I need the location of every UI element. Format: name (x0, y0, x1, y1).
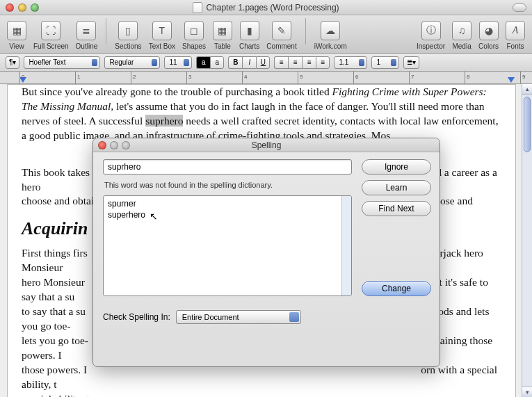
colors-button[interactable]: ◕Colors (476, 17, 501, 51)
suggestions-list[interactable]: spurner superhero ↖ (103, 195, 352, 296)
toolbar-label: Outline (76, 42, 98, 50)
ignore-button[interactable]: Ignore (362, 159, 431, 175)
toolbar-label: Comment (266, 42, 296, 50)
format-bar: ¶▾ Hoefler Text Regular 11 a a B I U ≡ ≡… (0, 54, 532, 72)
misspelled-word-field[interactable] (103, 159, 352, 175)
view-button[interactable]: ▦View (4, 17, 29, 51)
align-left-button[interactable]: ≡ (274, 56, 288, 69)
label: a (216, 58, 220, 66)
list-style-button[interactable]: ≣▾ (403, 56, 419, 69)
iwork-button[interactable]: ☁iWork.com (312, 17, 350, 51)
charts-button[interactable]: ▮Charts (236, 17, 262, 51)
table-button[interactable]: ▦Table (210, 17, 235, 51)
textbox-button[interactable]: TText Box (146, 17, 178, 51)
scroll-up-arrow[interactable]: ▴ (522, 84, 532, 95)
fullscreen-icon: ⛶ (41, 21, 61, 40)
text-style-group: B I U (228, 56, 270, 69)
suggestion-item[interactable]: superhero (108, 210, 347, 221)
window-titlebar: Chapter 1.pages (Word Processing) (0, 0, 532, 15)
table-icon: ▦ (213, 21, 232, 40)
font-weight-select[interactable]: Regular (104, 56, 160, 69)
align-right-button[interactable]: ≡ (302, 56, 316, 69)
line-spacing-select[interactable]: 1.1 (334, 56, 367, 69)
scroll-down-arrow[interactable]: ▾ (522, 387, 532, 397)
label: Change (382, 284, 411, 293)
textbox-icon: T (152, 21, 172, 40)
comment-button[interactable]: ✎Comment (264, 17, 299, 51)
inspector-icon: ⓘ (421, 21, 441, 40)
spelling-message: This word was not found in the spelling … (103, 180, 352, 190)
toolbar-label: Sections (115, 42, 141, 50)
horizontal-ruler[interactable]: 0123456789 (0, 72, 532, 84)
underline-button[interactable]: U (256, 56, 270, 69)
view-icon: ▦ (7, 21, 26, 40)
toolbar-separator (106, 18, 106, 44)
sections-button[interactable]: ▯Sections (112, 17, 144, 51)
toolbar-label: Colors (478, 42, 499, 50)
toolbar-label: Inspector (417, 42, 445, 50)
font-family-value: Hoefler Text (29, 58, 65, 66)
columns-value: 1 (376, 58, 380, 66)
charts-icon: ▮ (240, 21, 259, 40)
label: ¶ (9, 58, 13, 66)
find-next-button[interactable]: Find Next (362, 201, 431, 216)
toolbar-label: Text Box (149, 42, 175, 50)
label: Ignore (385, 162, 408, 172)
outline-icon: ≣ (76, 21, 96, 40)
label: Learn (386, 183, 408, 193)
inspector-button[interactable]: ⓘInspector (414, 17, 448, 51)
list-scrollbar[interactable] (341, 196, 351, 295)
main-toolbar: ▦View ⛶Full Screen ≣Outline ▯Sections TT… (0, 15, 532, 54)
window-title: Chapter 1.pages (Word Processing) (0, 2, 532, 13)
text-color-group: a a (196, 56, 224, 69)
dialog-titlebar[interactable]: Spelling (93, 138, 440, 152)
bold-button[interactable]: B (228, 56, 242, 69)
misspelled-word[interactable]: suprhero (145, 115, 183, 127)
font-size-select[interactable]: 11 (164, 56, 192, 69)
font-size-value: 11 (169, 58, 177, 66)
toolbar-label: Shapes (182, 42, 206, 50)
outline-button[interactable]: ≣Outline (73, 17, 101, 51)
learn-button[interactable]: Learn (362, 180, 431, 195)
shapes-icon: ◻ (184, 21, 204, 40)
toolbar-label: View (9, 42, 24, 50)
font-family-select[interactable]: Hoefler Text (24, 56, 100, 69)
text: First things firs (22, 247, 88, 259)
check-scope-select[interactable]: Entire Document (176, 310, 301, 324)
align-justify-button[interactable]: ≡ (316, 56, 330, 69)
scroll-thumb[interactable] (524, 97, 531, 152)
fonts-icon: A (506, 21, 525, 40)
fullscreen-button[interactable]: ⛶Full Screen (31, 17, 72, 51)
font-weight-value: Regular (109, 58, 134, 66)
media-button[interactable]: ♫Media (449, 17, 474, 51)
label: Find Next (378, 204, 414, 213)
iwork-icon: ☁ (321, 21, 340, 40)
text: This book takes (22, 166, 90, 178)
toolbar-label: Full Screen (33, 42, 69, 50)
text-color-button[interactable]: a (196, 56, 210, 69)
shapes-button[interactable]: ◻Shapes (179, 17, 209, 51)
document-icon (193, 2, 202, 13)
toolbar-separator (305, 18, 306, 44)
italic-button[interactable]: I (242, 56, 256, 69)
right-margin-marker[interactable] (508, 77, 515, 83)
align-group: ≡ ≡ ≡ ≡ (274, 56, 330, 69)
bg-color-button[interactable]: a (210, 56, 224, 69)
vertical-scrollbar[interactable]: ▴ ▾ (522, 84, 532, 397)
suggestion-item[interactable]: spurner (108, 199, 347, 210)
paragraph-style-menu[interactable]: ¶▾ (6, 56, 19, 69)
line-spacing-value: 1.1 (339, 58, 348, 66)
colors-icon: ◕ (479, 21, 499, 40)
toolbar-label: Fonts (506, 42, 524, 50)
text: But since you've already gone to the tro… (22, 86, 332, 97)
columns-select[interactable]: 1 (371, 56, 399, 69)
toolbar-label: iWork.com (314, 42, 347, 50)
change-button[interactable]: Change (362, 281, 431, 296)
toolbar-label: Charts (239, 42, 259, 50)
scope-value: Entire Document (182, 313, 239, 321)
fonts-button[interactable]: AFonts (503, 17, 528, 51)
align-center-button[interactable]: ≡ (288, 56, 302, 69)
toolbar-label: Table (214, 42, 231, 50)
toolbar-label: Media (452, 42, 471, 50)
window-title-text: Chapter 1.pages (Word Processing) (206, 3, 339, 13)
